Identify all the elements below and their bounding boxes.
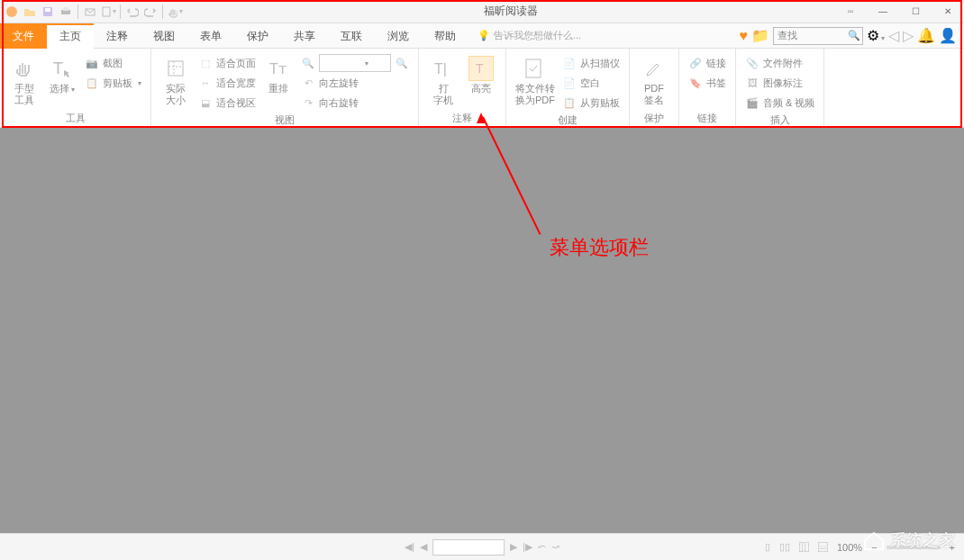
email-icon[interactable] bbox=[82, 4, 98, 20]
layout-book-icon[interactable]: ⿳ bbox=[818, 542, 828, 553]
convert-button[interactable]: 将文件转 换为PDF bbox=[514, 52, 557, 112]
tab-annotate[interactable]: 注释 bbox=[94, 23, 141, 49]
annotation-arrow bbox=[482, 117, 541, 235]
user-icon[interactable]: 👤 bbox=[939, 27, 957, 44]
ribbon-minimize-icon[interactable]: ▫▫ bbox=[838, 5, 863, 19]
tell-me-search[interactable]: 💡 告诉我您想做什么... bbox=[477, 29, 581, 42]
highlight-button[interactable]: T 高亮 bbox=[464, 52, 498, 110]
group-insert-label: 插入 bbox=[743, 112, 816, 129]
pdf-sign-button[interactable]: PDF 签名 bbox=[637, 52, 671, 110]
scanner-icon: 📄 bbox=[562, 56, 577, 70]
bookmark-button[interactable]: 🔖书签 bbox=[687, 74, 728, 92]
tab-file[interactable]: 文件 bbox=[0, 23, 47, 49]
app-icon[interactable] bbox=[4, 4, 20, 20]
layout-facing-icon[interactable]: ⿲ bbox=[799, 542, 809, 553]
actual-size-button[interactable]: 实际 大小 bbox=[159, 52, 193, 112]
bulb-icon: 💡 bbox=[477, 30, 490, 41]
nav-next-icon[interactable]: ▷ bbox=[903, 27, 914, 44]
svg-rect-12 bbox=[526, 59, 541, 77]
group-protect-label: 保护 bbox=[637, 110, 671, 127]
save-icon[interactable] bbox=[40, 4, 56, 20]
svg-text:T: T bbox=[476, 61, 484, 76]
nav-back-icon[interactable]: ⤺ bbox=[538, 541, 546, 553]
zoom-input[interactable] bbox=[320, 58, 365, 68]
reflow-button[interactable]: Tᴛ 重排 bbox=[261, 52, 296, 112]
svg-rect-8 bbox=[168, 61, 183, 76]
zoom-combo[interactable]: 🔍 ▾ 🔍 bbox=[299, 54, 411, 72]
heart-icon[interactable]: ♥ bbox=[740, 28, 749, 44]
group-tools-label: 工具 bbox=[7, 110, 143, 127]
bookmark-icon: 🔖 bbox=[688, 76, 703, 90]
fit-page-button[interactable]: ⬚适合页面 bbox=[196, 54, 258, 72]
svg-text:T|: T| bbox=[434, 61, 447, 77]
fit-width-icon: ↔ bbox=[198, 76, 213, 90]
attachment-icon: 📎 bbox=[745, 56, 759, 70]
rotate-left-button[interactable]: ↶向左旋转 bbox=[299, 74, 411, 92]
zoom-out-icon[interactable]: 🔍 bbox=[301, 56, 315, 70]
nav-prev-icon[interactable]: ◁ bbox=[888, 27, 899, 44]
hand-tool-button[interactable]: 手型 工具 bbox=[7, 52, 41, 110]
tab-home[interactable]: 主页 bbox=[47, 23, 94, 49]
layout-single-icon[interactable]: ▯ bbox=[765, 541, 770, 553]
av-icon: 🎬 bbox=[745, 95, 759, 110]
image-annot-button[interactable]: 🖼图像标注 bbox=[743, 74, 816, 92]
svg-rect-2 bbox=[45, 8, 50, 12]
typewriter-button[interactable]: T| 打 字机 bbox=[426, 52, 460, 110]
tab-connect[interactable]: 互联 bbox=[328, 23, 375, 49]
tab-browse[interactable]: 浏览 bbox=[375, 23, 422, 49]
gear-icon[interactable]: ⚙ bbox=[867, 27, 885, 44]
first-page-icon[interactable]: ◀| bbox=[405, 541, 414, 553]
blank-icon: 📄 bbox=[562, 76, 577, 90]
maximize-icon[interactable]: ☐ bbox=[903, 5, 928, 19]
tab-help[interactable]: 帮助 bbox=[422, 23, 468, 49]
print-icon[interactable] bbox=[58, 4, 74, 20]
camera-icon: 📷 bbox=[85, 56, 99, 70]
rotate-left-icon: ↶ bbox=[301, 76, 315, 90]
bell-icon[interactable]: 🔔 bbox=[917, 27, 935, 44]
select-button[interactable]: T 选择 bbox=[45, 52, 79, 110]
clipboard-icon: 📋 bbox=[85, 76, 99, 90]
link-button[interactable]: 🔗链接 bbox=[687, 54, 728, 72]
open-icon[interactable] bbox=[22, 4, 38, 20]
next-page-icon[interactable]: ▶ bbox=[510, 541, 517, 553]
redo-icon[interactable] bbox=[142, 4, 159, 20]
attachment-button[interactable]: 📎文件附件 bbox=[743, 54, 816, 72]
convert-icon bbox=[523, 56, 548, 81]
tab-share[interactable]: 共享 bbox=[281, 23, 328, 49]
window-title: 福昕阅读器 bbox=[183, 4, 838, 19]
fit-width-button[interactable]: ↔适合宽度 bbox=[196, 74, 258, 92]
group-links-label: 链接 bbox=[687, 110, 728, 127]
svg-text:T: T bbox=[53, 59, 63, 77]
av-button[interactable]: 🎬音频 & 视频 bbox=[743, 94, 816, 112]
last-page-icon[interactable]: |▶ bbox=[523, 541, 532, 553]
nav-fwd-icon[interactable]: ⤻ bbox=[551, 541, 559, 553]
from-clipboard-button[interactable]: 📋从剪贴板 bbox=[560, 94, 622, 112]
minimize-icon[interactable]: — bbox=[870, 5, 896, 19]
attach-dropdown[interactable] bbox=[100, 4, 116, 20]
svg-rect-6 bbox=[103, 7, 110, 16]
tab-view[interactable]: 视图 bbox=[141, 23, 187, 49]
screenshot-button[interactable]: 📷截图 bbox=[83, 54, 143, 72]
page-input[interactable] bbox=[432, 539, 505, 555]
search-input[interactable]: 查找 🔍 bbox=[773, 27, 863, 45]
tab-protect[interactable]: 保护 bbox=[234, 23, 281, 49]
blank-button[interactable]: 📄空白 bbox=[560, 74, 622, 92]
undo-icon[interactable] bbox=[124, 4, 141, 20]
title-bar: 福昕阅读器 ▫▫ — ☐ ✕ bbox=[0, 0, 964, 23]
tab-table[interactable]: 表单 bbox=[187, 23, 234, 49]
search-icon[interactable]: 🔍 bbox=[848, 30, 860, 41]
from-scanner-button[interactable]: 📄从扫描仪 bbox=[560, 54, 622, 72]
hand-dropdown[interactable] bbox=[167, 4, 183, 20]
prev-page-icon[interactable]: ◀ bbox=[420, 541, 427, 553]
clipboard-button[interactable]: 📋剪贴板 bbox=[83, 74, 143, 92]
layout-continuous-icon[interactable]: ▯▯ bbox=[779, 541, 790, 553]
rotate-right-button[interactable]: ↷向右旋转 bbox=[299, 94, 411, 112]
status-bar: ◀| ◀ ▶ |▶ ⤺ ⤻ ▯ ▯▯ ⿲ ⿳ 100% − + bbox=[0, 533, 964, 560]
svg-rect-4 bbox=[63, 7, 68, 11]
zoom-in-icon[interactable]: 🔍 bbox=[395, 56, 409, 70]
fit-visible-button[interactable]: ⬓适合视区 bbox=[196, 94, 258, 112]
folder-icon[interactable]: 📁 bbox=[751, 27, 769, 44]
close-icon[interactable]: ✕ bbox=[935, 5, 960, 19]
actual-size-icon bbox=[163, 56, 188, 81]
fit-visible-icon: ⬓ bbox=[198, 95, 213, 110]
